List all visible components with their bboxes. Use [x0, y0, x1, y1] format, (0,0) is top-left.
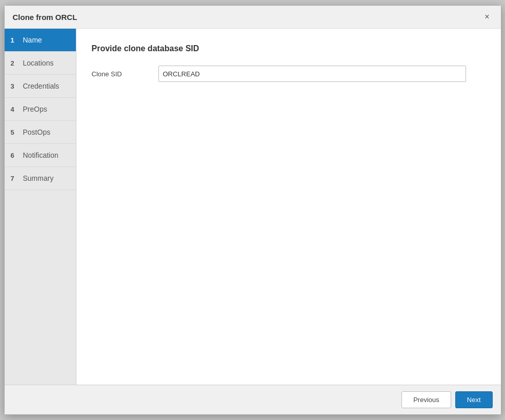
clone-sid-label: Clone SID [92, 70, 158, 78]
step-num-4: 4 [11, 106, 19, 113]
step-label-preops: PreOps [23, 105, 47, 113]
close-button[interactable]: × [481, 12, 492, 22]
step-num-6: 6 [11, 152, 19, 159]
step-label-summary: Summary [23, 174, 54, 182]
sidebar: 1 Name 2 Locations 3 Credentials 4 PreOp… [5, 29, 76, 385]
step-num-1: 1 [11, 36, 19, 44]
step-num-5: 5 [11, 129, 19, 136]
step-num-2: 2 [11, 59, 19, 67]
main-content: Provide clone database SID Clone SID [76, 29, 501, 385]
section-title: Provide clone database SID [92, 44, 486, 53]
dialog-title: Clone from ORCL [13, 13, 77, 22]
step-num-7: 7 [11, 175, 19, 182]
dialog-body: 1 Name 2 Locations 3 Credentials 4 PreOp… [5, 29, 501, 385]
clone-dialog: Clone from ORCL × 1 Name 2 Locations 3 C… [4, 5, 501, 415]
sidebar-item-name[interactable]: 1 Name [5, 29, 76, 52]
sidebar-item-summary[interactable]: 7 Summary [5, 167, 76, 190]
step-num-3: 3 [11, 82, 19, 90]
sidebar-item-locations[interactable]: 2 Locations [5, 52, 76, 75]
next-button[interactable]: Next [455, 391, 493, 408]
step-label-notification: Notification [23, 151, 58, 159]
sidebar-item-postops[interactable]: 5 PostOps [5, 121, 76, 144]
step-label-locations: Locations [23, 59, 54, 67]
dialog-footer: Previous Next [5, 385, 501, 414]
step-label-credentials: Credentials [23, 82, 59, 90]
sidebar-item-credentials[interactable]: 3 Credentials [5, 75, 76, 98]
clone-sid-input[interactable] [158, 66, 466, 82]
dialog-header: Clone from ORCL × [5, 6, 501, 29]
clone-sid-row: Clone SID [92, 66, 486, 82]
previous-button[interactable]: Previous [401, 391, 451, 408]
sidebar-item-notification[interactable]: 6 Notification [5, 144, 76, 167]
step-label-name: Name [23, 36, 42, 44]
step-label-postops: PostOps [23, 128, 51, 136]
sidebar-item-preops[interactable]: 4 PreOps [5, 98, 76, 121]
